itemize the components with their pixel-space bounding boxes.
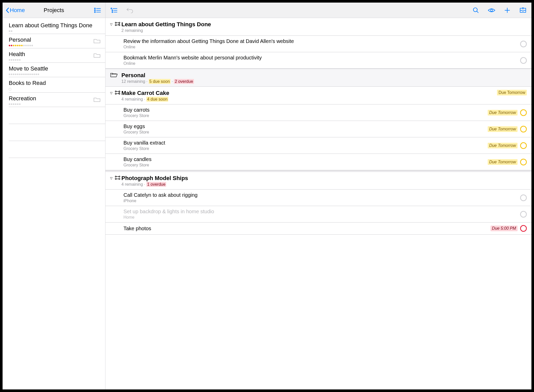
back-button[interactable]: Home: [6, 7, 25, 14]
task-checkbox[interactable]: [520, 159, 527, 165]
sidebar-item[interactable]: Recreation: [3, 93, 105, 107]
task-checkbox[interactable]: [520, 225, 527, 232]
task-row[interactable]: Buy eggsGrocery StoreDue Tomorrow: [105, 121, 531, 137]
task-title: Buy candles: [123, 156, 485, 162]
toolbar: Home Projects: [3, 3, 531, 18]
task-context: Online: [123, 61, 518, 66]
project-header[interactable]: ▽Learn about Getting Things Done2 remain…: [105, 18, 531, 36]
sidebar-item-label: Books to Read: [9, 80, 101, 86]
task-due-badge: Due Tomorrow: [488, 159, 518, 165]
task-context: iPhone: [123, 199, 518, 203]
task-checkbox[interactable]: [520, 194, 527, 201]
task-row[interactable]: Review the information about Getting Thi…: [105, 36, 531, 52]
project-header[interactable]: ▽Make Carrot Cake4 remaining · 4 due soo…: [105, 87, 531, 104]
svg-point-30: [119, 176, 120, 177]
sidebar-item[interactable]: Books to Read: [3, 77, 105, 93]
folder-icon: [93, 97, 101, 103]
svg-point-8: [112, 10, 113, 11]
folder-subtitle: 12 remaining · 5 due soon · 2 overdue: [121, 79, 527, 84]
loading-spinner-icon: [9, 88, 11, 91]
project-subtitle: 2 remaining: [121, 28, 527, 33]
svg-point-2: [94, 10, 95, 11]
task-context: Grocery Store: [123, 163, 485, 167]
task-checkbox[interactable]: [520, 57, 527, 64]
task-checkbox[interactable]: [520, 142, 527, 149]
sidebar-item-label: Recreation: [9, 95, 93, 102]
folder-open-icon: [110, 72, 121, 79]
search-icon[interactable]: [471, 6, 480, 15]
task-title: Bookmark Merlin Mann's website about per…: [123, 55, 518, 61]
project-type-icon: [115, 22, 121, 27]
task-context: Grocery Store: [123, 113, 485, 118]
undo-icon[interactable]: [125, 6, 134, 15]
list-view-icon[interactable]: [93, 6, 102, 15]
disclosure-triangle-icon[interactable]: ▽: [110, 176, 114, 180]
project-header[interactable]: ▽Photograph Model Ships4 remaining · 1 o…: [105, 172, 531, 190]
sidebar-item[interactable]: Learn about Getting Things Done: [3, 20, 105, 34]
task-checkbox[interactable]: [520, 109, 527, 116]
task-context: Online: [123, 45, 518, 49]
task-row[interactable]: Call Catelyn to ask about riggingiPhone: [105, 190, 531, 206]
app-frame: Home Projects: [3, 3, 531, 389]
task-row[interactable]: Set up backdrop & lights in home studioH…: [105, 206, 531, 222]
sidebar-item[interactable]: Health: [3, 48, 105, 63]
task-row[interactable]: Take photosDue 5:00 PM: [105, 222, 531, 235]
sidebar-item-label: Move to Seattle: [9, 65, 101, 72]
disclosure-triangle-icon[interactable]: ▽: [110, 91, 114, 95]
add-icon[interactable]: [503, 6, 512, 15]
task-context: Grocery Store: [123, 130, 485, 135]
sidebar-empty-row: [3, 141, 105, 158]
project-type-icon: [115, 91, 121, 96]
folder-icon: [93, 52, 101, 59]
project-type-icon: [115, 176, 121, 181]
svg-point-29: [115, 178, 116, 179]
project-title: Learn about Getting Things Done: [121, 21, 527, 28]
svg-point-26: [119, 93, 120, 94]
progress-dots: [9, 103, 93, 105]
svg-point-18: [115, 22, 116, 23]
task-context: Home: [123, 215, 518, 220]
task-row[interactable]: Bookmark Merlin Mann's website about per…: [105, 52, 531, 69]
svg-point-28: [115, 176, 116, 177]
project-title: Photograph Model Ships: [121, 175, 527, 182]
folder-header[interactable]: Personal12 remaining · 5 due soon · 2 ov…: [105, 69, 531, 87]
svg-point-4: [94, 12, 95, 13]
task-checkbox[interactable]: [520, 126, 527, 132]
outline-view-icon[interactable]: [109, 6, 119, 15]
sidebar-item-label: Personal: [9, 37, 93, 43]
due-badge: Due Tomorrow: [497, 90, 527, 95]
svg-point-21: [119, 24, 120, 25]
body: Learn about Getting Things DonePersonalH…: [3, 18, 531, 389]
task-due-badge: Due Tomorrow: [488, 143, 518, 148]
task-checkbox[interactable]: [520, 211, 527, 218]
task-title: Take photos: [123, 226, 488, 231]
toolbar-left: Home Projects: [3, 3, 105, 18]
task-row[interactable]: Buy candlesGrocery StoreDue Tomorrow: [105, 154, 531, 170]
task-due-badge: Due Tomorrow: [488, 126, 518, 132]
task-row[interactable]: Buy carrotsGrocery StoreDue Tomorrow: [105, 104, 531, 121]
project-subtitle: 4 remaining · 1 overdue: [121, 182, 527, 187]
task-row[interactable]: Buy vanilla extractGrocery StoreDue Tomo…: [105, 137, 531, 154]
svg-point-23: [115, 91, 116, 92]
sidebar-item[interactable]: Move to Seattle: [3, 63, 105, 77]
svg-point-14: [491, 9, 493, 11]
project-subtitle: 4 remaining · 4 due soon: [121, 97, 497, 102]
svg-point-31: [119, 178, 120, 179]
inbox-icon[interactable]: [518, 6, 528, 15]
svg-line-13: [477, 11, 478, 13]
task-due-badge: Due 5:00 PM: [491, 226, 518, 231]
sidebar-item[interactable]: Personal: [3, 34, 105, 48]
task-due-badge: Due Tomorrow: [488, 110, 518, 115]
sidebar-empty-row: [3, 107, 105, 124]
svg-point-19: [119, 22, 120, 23]
svg-point-24: [119, 91, 120, 92]
task-title: Call Catelyn to ask about rigging: [123, 192, 518, 198]
disclosure-triangle-icon[interactable]: ▽: [110, 23, 114, 26]
project-title: Make Carrot Cake: [121, 90, 497, 96]
folder-title: Personal: [121, 72, 527, 79]
task-checkbox[interactable]: [520, 41, 527, 47]
task-title: Buy carrots: [123, 107, 485, 113]
progress-dots: [9, 45, 93, 46]
view-options-icon[interactable]: [487, 6, 496, 15]
toolbar-right: [105, 3, 531, 18]
